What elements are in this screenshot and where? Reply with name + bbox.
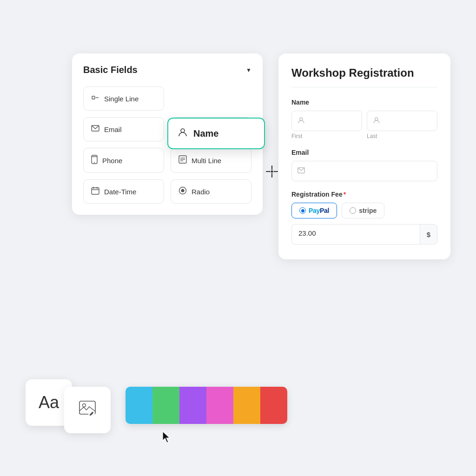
name-section: Name First (291, 99, 437, 139)
registration-title: Workshop Registration (291, 66, 437, 87)
color-swatch-pink[interactable] (206, 387, 233, 424)
field-phone[interactable]: Phone (83, 148, 164, 173)
svg-point-20 (300, 118, 303, 120)
typography-text: Aa (39, 393, 59, 412)
svg-point-21 (375, 118, 378, 120)
email-section: Email (291, 149, 437, 181)
registration-panel: Workshop Registration Name First (278, 53, 450, 259)
name-drag-field[interactable]: Name (167, 118, 265, 149)
currency-box: $ (420, 224, 437, 245)
multi-line-icon (178, 155, 187, 165)
last-name-icon (373, 116, 380, 126)
first-name-icon (298, 116, 305, 126)
radio-label: Radio (192, 188, 210, 196)
svg-point-18 (181, 129, 185, 132)
reg-fee-section: Registration Fee* PayPal stripe (291, 191, 437, 245)
color-swatch-purple[interactable] (179, 387, 206, 424)
email-label: Email (104, 126, 122, 133)
color-swatch-red[interactable] (260, 387, 287, 424)
field-single-line[interactable]: Single Line (83, 86, 164, 111)
last-name-field: Last (367, 111, 437, 139)
field-multi-line[interactable]: Multi Line (171, 148, 251, 173)
last-label: Last (367, 133, 437, 139)
dropdown-arrow-icon[interactable]: ▼ (246, 67, 251, 73)
multi-line-label: Multi Line (192, 157, 221, 165)
paypal-label: PayPal (309, 207, 329, 214)
first-name-input[interactable] (291, 111, 362, 131)
image-icon (79, 401, 96, 419)
stripe-option[interactable]: stripe (342, 203, 384, 218)
name-drag-label: Name (193, 128, 218, 139)
color-palette (126, 387, 287, 424)
name-drag-icon (178, 127, 188, 140)
paypal-option[interactable]: PayPal (291, 203, 337, 218)
svg-rect-12 (92, 188, 99, 194)
svg-point-6 (94, 162, 95, 163)
move-cursor-icon (265, 165, 279, 182)
email-input[interactable] (291, 161, 437, 181)
payment-options: PayPal stripe (291, 203, 437, 218)
single-line-icon (91, 93, 99, 104)
email-field-label: Email (291, 149, 437, 156)
first-name-field: First (291, 111, 362, 139)
panel-title: Basic Fields (83, 65, 138, 75)
color-swatch-orange[interactable] (233, 387, 260, 424)
field-email[interactable]: Email (83, 117, 164, 141)
radio-icon (178, 186, 187, 197)
stripe-radio (350, 207, 356, 214)
date-time-label: Date-Time (104, 188, 136, 196)
amount-row: 23.00 $ (291, 224, 437, 245)
paypal-radio (299, 207, 306, 214)
reg-fee-label: Registration Fee* (291, 191, 437, 198)
last-name-input[interactable] (367, 111, 437, 131)
first-label: First (291, 133, 362, 139)
panel-header: Basic Fields ▼ (83, 65, 251, 75)
svg-point-24 (83, 404, 86, 407)
phone-label: Phone (102, 157, 122, 165)
stripe-label: stripe (359, 207, 377, 214)
single-line-label: Single Line (104, 95, 139, 103)
required-star: * (344, 191, 346, 198)
name-fields-row: First Last (291, 111, 437, 139)
name-field-label: Name (291, 99, 437, 106)
svg-point-17 (181, 189, 185, 192)
mouse-cursor (161, 430, 172, 445)
color-swatch-green[interactable] (152, 387, 179, 424)
field-date-time[interactable]: Date-Time (83, 179, 164, 204)
date-time-icon (91, 186, 99, 197)
field-radio[interactable]: Radio (171, 179, 251, 204)
svg-rect-0 (92, 96, 95, 99)
email-icon (91, 125, 99, 133)
phone-icon (91, 155, 98, 166)
image-card[interactable] (64, 387, 111, 433)
email-field-icon (298, 167, 305, 175)
svg-point-19 (271, 171, 273, 173)
amount-input[interactable]: 23.00 (291, 224, 420, 245)
color-swatch-blue[interactable] (126, 387, 152, 424)
